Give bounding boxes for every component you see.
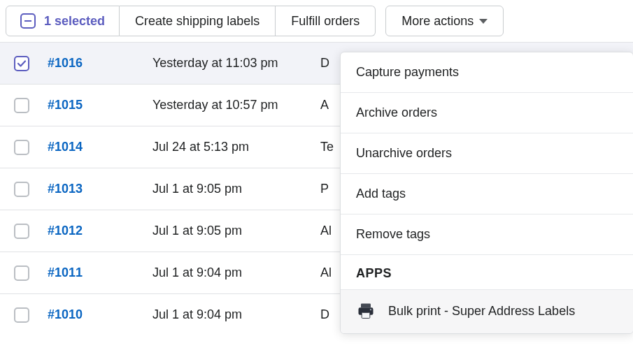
row-checkbox[interactable]: [14, 265, 29, 281]
dropdown-item-add-tags[interactable]: Add tags: [341, 174, 633, 214]
more-actions-dropdown: Capture payments Archive orders Unarchiv…: [340, 52, 633, 334]
dropdown-item-capture-payments[interactable]: Capture payments: [341, 52, 633, 93]
selected-count-label: 1 selected: [44, 14, 105, 29]
svg-rect-2: [362, 312, 370, 318]
order-id-link[interactable]: #1012: [48, 224, 152, 238]
create-shipping-labels-label: Create shipping labels: [135, 14, 259, 29]
dropdown-item-remove-tags[interactable]: Remove tags: [341, 214, 633, 255]
printer-icon: [356, 301, 376, 321]
row-checkbox[interactable]: [14, 307, 29, 323]
dropdown-item-bulk-print-app[interactable]: Bulk print - Super Address Labels: [341, 290, 633, 333]
order-date: Jul 1 at 9:05 pm: [152, 182, 320, 196]
selection-indicator: 1 selected: [6, 6, 120, 36]
check-icon: [17, 59, 27, 68]
more-actions-button[interactable]: More actions: [385, 6, 504, 36]
order-id-link[interactable]: #1011: [48, 265, 152, 280]
order-date: Jul 1 at 9:05 pm: [152, 224, 320, 238]
select-all-checkbox[interactable]: [20, 13, 36, 29]
row-checkbox[interactable]: [14, 98, 29, 113]
order-id-link[interactable]: #1013: [48, 182, 152, 196]
order-id-link[interactable]: #1014: [48, 140, 152, 154]
more-actions-label: More actions: [401, 14, 474, 29]
fulfill-orders-label: Fulfill orders: [291, 14, 360, 29]
dropdown-item-unarchive-orders[interactable]: Unarchive orders: [341, 133, 633, 174]
dropdown-section-apps: APPS: [341, 255, 633, 290]
order-id-link[interactable]: #1015: [48, 98, 152, 112]
chevron-down-icon: [479, 19, 488, 24]
order-id-link[interactable]: #1010: [48, 307, 152, 322]
order-date: Jul 1 at 9:04 pm: [152, 307, 320, 322]
dropdown-app-label: Bulk print - Super Address Labels: [388, 304, 575, 319]
order-id-link[interactable]: #1016: [48, 56, 152, 71]
indeterminate-icon: [24, 20, 31, 22]
row-checkbox[interactable]: [14, 56, 29, 71]
fulfill-orders-button[interactable]: Fulfill orders: [276, 6, 376, 36]
order-date: Jul 24 at 5:13 pm: [152, 140, 320, 154]
row-checkbox[interactable]: [14, 182, 29, 197]
bulk-actions-toolbar: 1 selected Create shipping labels Fulfil…: [0, 0, 633, 42]
svg-point-3: [370, 309, 371, 310]
create-shipping-labels-button[interactable]: Create shipping labels: [120, 6, 276, 36]
svg-rect-0: [361, 304, 371, 308]
order-date: Yesterday at 10:57 pm: [152, 98, 320, 112]
row-checkbox[interactable]: [14, 224, 29, 239]
order-date: Jul 1 at 9:04 pm: [152, 265, 320, 280]
order-date: Yesterday at 11:03 pm: [152, 56, 320, 71]
dropdown-item-archive-orders[interactable]: Archive orders: [341, 93, 633, 133]
row-checkbox[interactable]: [14, 140, 29, 155]
